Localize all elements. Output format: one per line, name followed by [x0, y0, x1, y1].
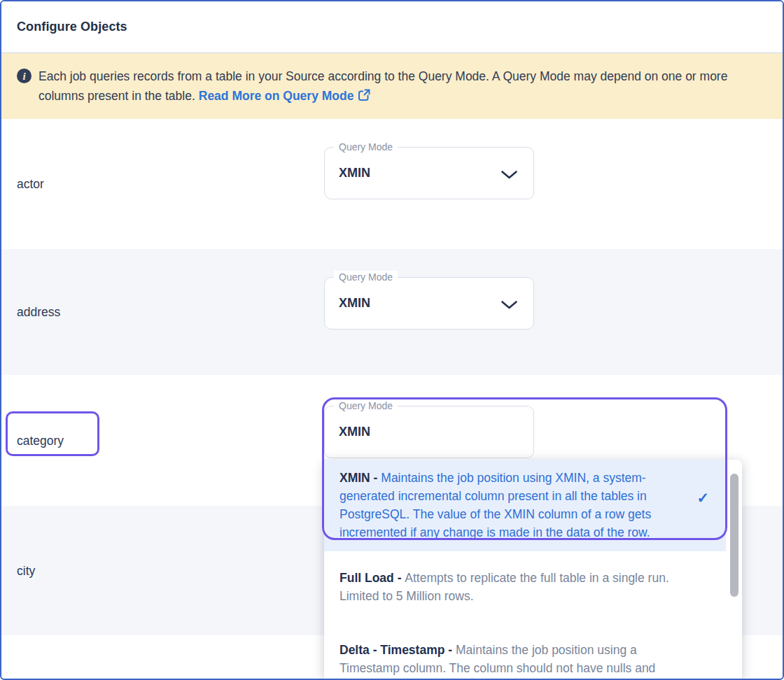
field-label: Query Mode — [334, 271, 398, 284]
menu-scrollbar — [729, 464, 740, 674]
object-row-actor: actor Query Mode XMIN — [1, 119, 783, 249]
chevron-down-icon[interactable] — [500, 300, 518, 313]
option-description: Maintains the job position using XMIN, a… — [340, 471, 651, 539]
object-row-address: address Query Mode XMIN — [1, 249, 783, 375]
chevron-down-icon[interactable] — [500, 170, 518, 183]
object-name: actor — [17, 177, 44, 192]
dialog-header: Configure Objects — [1, 1, 783, 53]
query-mode-menu: XMIN - Maintains the job position using … — [324, 460, 742, 680]
menu-option-full-load[interactable]: Full Load - Attempts to replicate the fu… — [324, 561, 726, 614]
info-banner-body: Each job queries records from a table in… — [38, 66, 764, 119]
info-banner-text: Each job queries records from a table in… — [38, 69, 727, 103]
info-icon: i — [17, 69, 31, 83]
field-label: Query Mode — [334, 141, 398, 154]
read-more-link[interactable]: Read More on Query Mode — [199, 89, 354, 103]
query-mode-value: XMIN — [339, 296, 370, 311]
option-title: Full Load - — [340, 571, 405, 585]
query-mode-value: XMIN — [339, 166, 370, 180]
query-mode-value: XMIN — [339, 425, 370, 439]
option-title: XMIN - — [340, 471, 381, 485]
object-name: address — [17, 305, 60, 320]
external-link-icon[interactable] — [358, 87, 371, 107]
field-label: Query Mode — [334, 399, 398, 413]
query-mode-select-actor[interactable]: Query Mode XMIN — [324, 147, 534, 199]
page-title: Configure Objects — [17, 20, 127, 34]
configure-objects-dialog: Configure Objects i Each job queries rec… — [0, 0, 784, 680]
info-banner: i Each job queries records from a table … — [1, 53, 783, 119]
object-name: city — [17, 563, 35, 578]
object-name: category — [17, 433, 64, 448]
menu-option-delta-timestamp[interactable]: Delta - Timestamp - Maintains the job po… — [324, 633, 726, 680]
scrollbar-thumb[interactable] — [730, 474, 738, 597]
query-mode-select-address[interactable]: Query Mode XMIN — [324, 277, 534, 330]
check-icon: ✓ — [696, 489, 709, 507]
option-title: Delta - Timestamp - — [340, 643, 456, 657]
menu-option-xmin[interactable]: XMIN - Maintains the job position using … — [324, 460, 726, 551]
menu-gap — [324, 614, 742, 633]
query-mode-select-category[interactable]: Query Mode XMIN — [324, 406, 534, 458]
menu-gap — [324, 551, 742, 561]
